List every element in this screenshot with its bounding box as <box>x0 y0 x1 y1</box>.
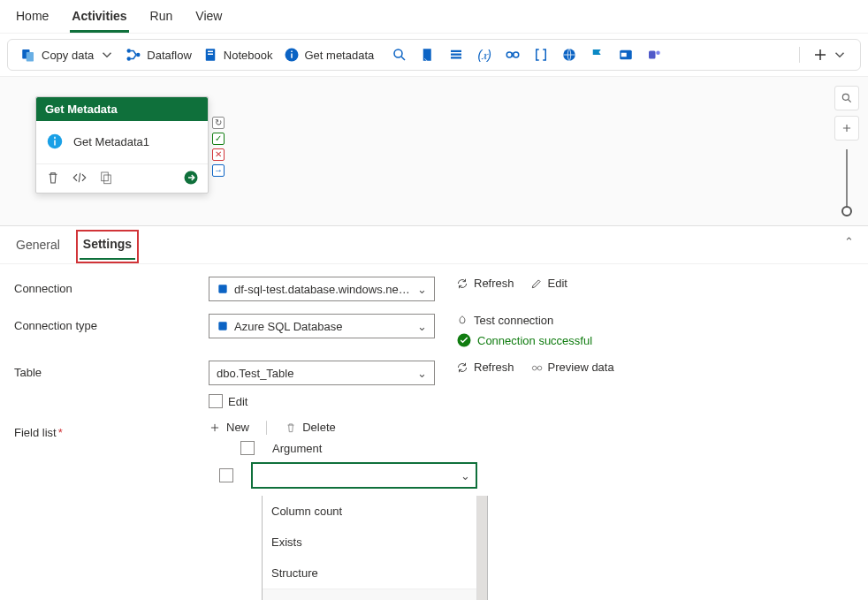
canvas-tools <box>834 86 859 211</box>
svg-point-4 <box>136 53 141 57</box>
connection-value: df-sql-test.database.windows.net;tes... <box>234 283 412 296</box>
fieldlist-row: ⌄ <box>209 462 488 489</box>
checkmark-icon <box>456 332 472 348</box>
flag-icon[interactable] <box>590 47 605 63</box>
activity-type-label: Get Metadata <box>36 97 208 121</box>
chevron-down-icon: ⌄ <box>417 283 427 296</box>
scrollbar[interactable] <box>476 496 487 600</box>
tb-get-metadata[interactable]: Get metadata <box>284 47 375 63</box>
connection-type-label: Connection type <box>14 314 200 332</box>
table-select[interactable]: dbo.Test_Table ⌄ <box>209 361 435 385</box>
tb-add-activity[interactable] <box>799 47 848 63</box>
variable-icon[interactable]: (𝑥) <box>476 47 492 63</box>
edit-table-checkbox[interactable]: Edit <box>209 394 435 408</box>
svg-point-2 <box>127 49 132 53</box>
zoom-slider[interactable] <box>846 149 848 211</box>
argument-combobox[interactable]: ⌄ <box>251 462 477 489</box>
copy-data-icon <box>20 47 36 63</box>
svg-rect-15 <box>451 57 461 58</box>
svg-rect-1 <box>27 52 34 62</box>
svg-rect-13 <box>451 50 461 52</box>
svg-point-11 <box>394 49 402 57</box>
canvas-search-button[interactable] <box>834 86 859 110</box>
fieldlist-new-button[interactable]: New <box>209 421 249 434</box>
plus-icon <box>812 47 828 63</box>
refresh-connection-button[interactable]: Refresh <box>456 277 514 290</box>
checkbox-icon <box>209 394 223 408</box>
properties-tabs: General Settings ⌃ <box>0 226 868 264</box>
handle-failure-icon[interactable]: ✕ <box>212 148 225 161</box>
row-checkbox[interactable] <box>219 468 233 482</box>
chevron-down-icon: ⌄ <box>461 469 470 482</box>
bracket-icon[interactable] <box>533 47 549 63</box>
refresh-table-button[interactable]: Refresh <box>456 361 514 374</box>
svg-point-22 <box>657 51 661 56</box>
glasses-icon <box>530 361 543 374</box>
settings-form: Connection df-sql-test.database.windows.… <box>0 264 868 600</box>
chevron-down-icon: ⌄ <box>417 367 427 380</box>
collapse-panel-icon[interactable]: ⌃ <box>844 235 854 248</box>
nav-tab-activities[interactable]: Activities <box>70 5 128 33</box>
connection-success-status: Connection successful <box>456 332 592 348</box>
nav-tab-view[interactable]: View <box>194 5 224 33</box>
pencil-icon <box>530 277 543 290</box>
tab-general[interactable]: General <box>12 234 64 259</box>
table-value: dbo.Test_Table <box>217 367 412 380</box>
script-icon[interactable] <box>420 47 436 63</box>
nav-tab-run[interactable]: Run <box>148 5 175 33</box>
copy-icon[interactable] <box>98 170 114 186</box>
tb-copy-data[interactable]: Copy data <box>20 47 115 63</box>
svg-rect-24 <box>54 141 56 146</box>
connection-select[interactable]: df-sql-test.database.windows.net;tes... … <box>209 277 435 301</box>
trash-icon[interactable] <box>45 170 61 186</box>
handle-skip-icon[interactable]: → <box>212 164 225 177</box>
select-all-checkbox[interactable] <box>240 441 255 455</box>
tb-notebook[interactable]: Notebook <box>202 47 273 63</box>
activity-card[interactable]: Get Metadata Get Metadata1 <box>35 96 209 194</box>
argument-dropdown: Column count Exists Structure Add dynami… <box>262 496 488 600</box>
activity-toolbar: Copy data Dataflow Notebook Get metadata… <box>7 39 861 71</box>
zoom-thumb[interactable] <box>841 206 852 216</box>
table-label: Table <box>14 361 200 379</box>
lookup-icon[interactable] <box>505 47 521 63</box>
run-arrow-icon[interactable] <box>183 170 199 186</box>
code-icon[interactable] <box>72 170 88 186</box>
globe-icon[interactable] <box>561 47 577 63</box>
connection-type-select[interactable]: Azure SQL Database ⌄ <box>209 314 435 338</box>
svg-rect-31 <box>218 322 226 330</box>
dropdown-option[interactable]: Exists <box>263 527 487 558</box>
dropdown-option[interactable]: Structure <box>263 558 487 589</box>
dropdown-option[interactable]: Column count <box>263 496 487 527</box>
test-connection-button[interactable]: Test connection <box>456 314 592 327</box>
dropdown-add-dynamic[interactable]: Add dynamic content <box>263 589 487 600</box>
handle-success-icon[interactable]: ✓ <box>212 133 225 145</box>
preview-data-button[interactable]: Preview data <box>530 361 614 374</box>
fieldlist-header: Argument <box>209 441 488 455</box>
tb-copy-data-label: Copy data <box>42 49 94 62</box>
fieldlist-delete-button[interactable]: Delete <box>285 421 336 434</box>
handle-loop-icon[interactable]: ↻ <box>212 117 225 129</box>
edit-connection-button[interactable]: Edit <box>530 277 567 290</box>
chevron-down-icon: ⌄ <box>417 320 427 333</box>
lightning-icon <box>456 315 468 327</box>
tb-dataflow-label: Dataflow <box>147 49 192 62</box>
outlook-icon[interactable] <box>618 47 634 63</box>
list-icon[interactable] <box>448 47 464 63</box>
svg-rect-9 <box>291 54 293 58</box>
svg-point-29 <box>842 94 849 100</box>
canvas-zoom-in-button[interactable] <box>834 116 859 141</box>
svg-point-16 <box>507 52 513 57</box>
refresh-icon <box>456 277 468 290</box>
nav-tab-home[interactable]: Home <box>14 5 50 33</box>
teams-icon[interactable] <box>646 47 662 63</box>
pipeline-canvas[interactable]: Get Metadata Get Metadata1 ↻ ✓ ✕ → <box>0 76 868 226</box>
svg-rect-30 <box>218 285 226 292</box>
tb-icon-strip: (𝑥) <box>392 47 662 63</box>
trash-icon <box>285 422 297 434</box>
svg-point-3 <box>127 57 132 61</box>
search-icon[interactable] <box>392 47 407 63</box>
svg-rect-10 <box>291 51 293 53</box>
svg-rect-26 <box>102 172 109 181</box>
tab-settings[interactable]: Settings <box>80 233 135 260</box>
tb-dataflow[interactable]: Dataflow <box>126 47 192 63</box>
